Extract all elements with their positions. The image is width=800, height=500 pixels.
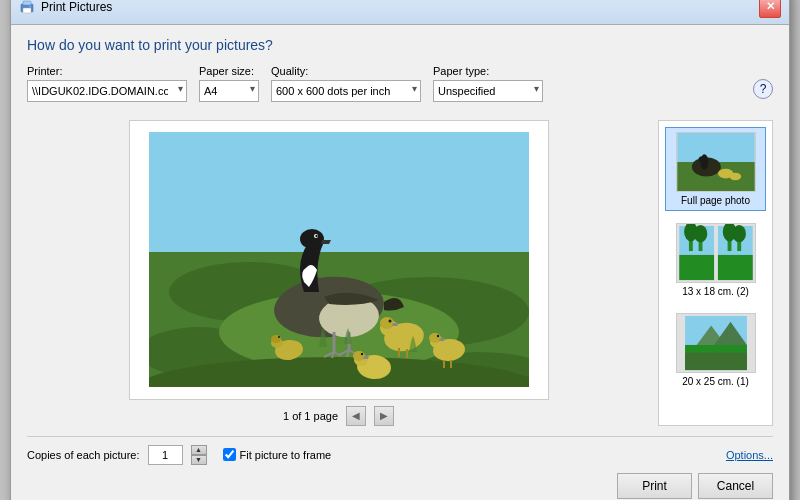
quality-group: Quality: 600 x 600 dots per inch [271, 65, 421, 102]
printer-select[interactable]: \\IDGUK02.IDG.DOMAIN.com\HP [27, 80, 187, 102]
next-page-button[interactable]: ▶ [374, 406, 394, 426]
layout-item-13x18[interactable]: 13 x 18 cm. (2) [665, 219, 766, 301]
svg-point-39 [278, 336, 280, 338]
svg-point-15 [300, 229, 324, 249]
svg-point-22 [380, 317, 394, 329]
dialog-body: How do you want to print your pictures? … [11, 25, 789, 501]
paper-type-label: Paper type: [433, 65, 543, 77]
printer-label: Printer: [27, 65, 187, 77]
paper-type-select[interactable]: Unspecified [433, 80, 543, 102]
title-bar-left: Print Pictures [19, 0, 112, 15]
close-button[interactable]: ✕ [759, 0, 781, 18]
svg-point-3 [29, 5, 31, 7]
action-buttons: Print Cancel [27, 473, 773, 499]
layout-item-20x25[interactable]: 20 x 25 cm. (1) [665, 309, 766, 391]
printer-group: Printer: \\IDGUK02.IDG.DOMAIN.com\HP [27, 65, 187, 102]
paper-type-select-wrapper[interactable]: Unspecified [433, 80, 543, 102]
options-link[interactable]: Options... [726, 449, 773, 461]
svg-rect-49 [679, 254, 714, 279]
svg-point-28 [429, 333, 441, 343]
copies-down-button[interactable]: ▼ [191, 455, 207, 465]
layout-scroll[interactable]: Full page photo [659, 121, 772, 425]
svg-rect-2 [23, 8, 31, 13]
svg-point-34 [353, 351, 365, 361]
quality-select-wrapper[interactable]: 600 x 600 dots per inch [271, 80, 421, 102]
layout-item-full-page[interactable]: Full page photo [665, 127, 766, 211]
dialog-title: Print Pictures [41, 0, 112, 14]
bottom-row: Copies of each picture: ▲ ▼ Fit picture … [27, 436, 773, 465]
fit-checkbox[interactable] [223, 448, 236, 461]
paper-type-group: Paper type: Unspecified [433, 65, 543, 102]
paper-size-group: Paper size: A4 [199, 65, 259, 102]
svg-rect-55 [717, 254, 752, 279]
svg-rect-1 [23, 1, 31, 5]
layout-label-full-page: Full page photo [681, 195, 750, 206]
svg-point-53 [693, 224, 707, 241]
printer-select-wrapper[interactable]: \\IDGUK02.IDG.DOMAIN.com\HP [27, 80, 187, 102]
svg-point-17 [315, 235, 317, 237]
quality-select[interactable]: 600 x 600 dots per inch [271, 80, 421, 102]
cancel-button[interactable]: Cancel [698, 473, 773, 499]
layout-label-20x25: 20 x 25 cm. (1) [682, 376, 749, 387]
paper-size-select[interactable]: A4 [199, 80, 259, 102]
print-button[interactable]: Print [617, 473, 692, 499]
page-info: 1 of 1 page [283, 410, 338, 422]
page-navigation: 1 of 1 page ◀ ▶ [283, 406, 394, 426]
fit-label[interactable]: Fit picture to frame [240, 449, 332, 461]
layout-thumb-full-page [676, 132, 756, 192]
help-button[interactable]: ? [753, 79, 773, 99]
print-pictures-dialog: Print Pictures ✕ How do you want to prin… [10, 0, 790, 500]
fit-checkbox-group: Fit picture to frame [223, 448, 332, 461]
photo-canvas [149, 132, 529, 387]
svg-point-23 [388, 320, 391, 323]
printer-icon [19, 0, 35, 15]
preview-area: 1 of 1 page ◀ ▶ [27, 120, 650, 426]
paper-size-select-wrapper[interactable]: A4 [199, 80, 259, 102]
paper-size-label: Paper size: [199, 65, 259, 77]
layout-panel: Full page photo [658, 120, 773, 426]
layout-label-13x18: 13 x 18 cm. (2) [682, 286, 749, 297]
svg-point-44 [698, 156, 706, 162]
photo-image [149, 132, 529, 387]
svg-rect-65 [685, 352, 747, 369]
svg-point-35 [360, 353, 362, 355]
copies-spinner: ▲ ▼ [191, 445, 207, 465]
copies-up-button[interactable]: ▲ [191, 445, 207, 455]
layout-thumb-20x25 [676, 313, 756, 373]
copies-label: Copies of each picture: [27, 449, 140, 461]
svg-point-29 [436, 335, 438, 337]
svg-point-46 [729, 172, 741, 180]
header-question: How do you want to print your pictures? [27, 37, 773, 53]
controls-row: Printer: \\IDGUK02.IDG.DOMAIN.com\HP Pap… [27, 65, 773, 110]
photo-preview [129, 120, 549, 400]
title-bar: Print Pictures ✕ [11, 0, 789, 25]
layout-thumb-13x18 [676, 223, 756, 283]
svg-point-59 [732, 224, 746, 241]
quality-label: Quality: [271, 65, 421, 77]
main-content: 1 of 1 page ◀ ▶ [27, 120, 773, 426]
prev-page-button[interactable]: ◀ [346, 406, 366, 426]
copies-input[interactable] [148, 445, 183, 465]
